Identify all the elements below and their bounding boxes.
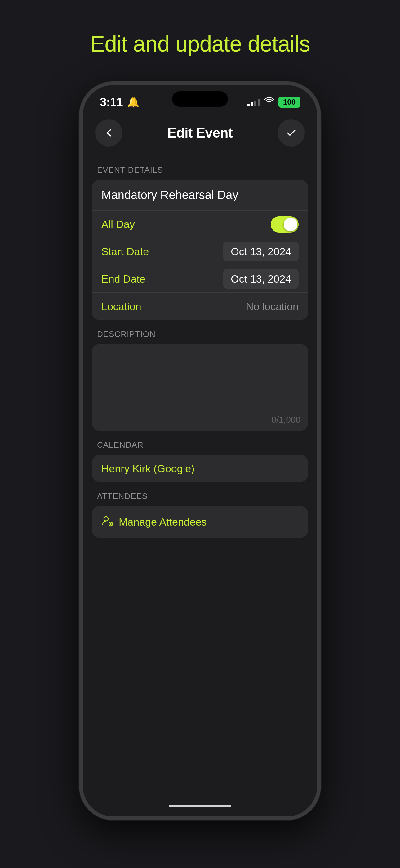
phone-frame: 3:11 🔔 [79, 81, 321, 820]
event-details-card: Mandatory Rehearsal Day All Day Start Da… [92, 180, 308, 320]
nav-title: Edit Event [167, 125, 233, 141]
page-title: Edit and update details [90, 31, 310, 57]
manage-attendees-icon [101, 515, 113, 529]
end-date-label: End Date [101, 273, 145, 285]
calendar-label: CALENDAR [97, 440, 303, 450]
start-date-label: Start Date [101, 246, 149, 258]
location-label: Location [101, 301, 141, 313]
location-value: No location [246, 301, 299, 313]
location-row[interactable]: Location No location [92, 293, 308, 320]
attendees-label: ATTENDEES [97, 491, 303, 501]
event-details-label: EVENT DETAILS [97, 165, 303, 175]
confirm-button[interactable] [277, 119, 305, 147]
start-date-value[interactable]: Oct 13, 2024 [223, 242, 299, 261]
back-button[interactable] [95, 119, 123, 147]
all-day-toggle[interactable] [271, 216, 299, 232]
event-title: Mandatory Rehearsal Day [101, 188, 238, 202]
nav-header: Edit Event [83, 113, 317, 156]
end-date-value[interactable]: Oct 13, 2024 [223, 269, 299, 289]
toggle-knob [284, 218, 297, 231]
calendar-name: Henry Kirk (Google) [101, 463, 194, 475]
event-title-row[interactable]: Mandatory Rehearsal Day [92, 180, 308, 211]
description-input[interactable] [101, 351, 299, 420]
attendees-card[interactable]: Manage Attendees [92, 506, 308, 538]
phone-wrapper: 3:11 🔔 [79, 81, 321, 820]
calendar-card[interactable]: Henry Kirk (Google) [92, 455, 308, 482]
description-label: DESCRIPTION [97, 330, 303, 339]
svg-point-0 [104, 517, 108, 521]
char-count: 0/1,000 [272, 415, 300, 425]
bell-icon: 🔔 [127, 96, 139, 108]
scroll-content[interactable]: EVENT DETAILS Mandatory Rehearsal Day Al… [83, 156, 317, 799]
description-card[interactable]: 0/1,000 [92, 344, 308, 431]
wifi-icon [264, 97, 274, 107]
status-icons: 100 [247, 97, 300, 108]
dynamic-island [172, 91, 228, 107]
manage-attendees-row[interactable]: Manage Attendees [92, 506, 308, 538]
status-time: 3:11 [100, 96, 123, 109]
calendar-row[interactable]: Henry Kirk (Google) [92, 455, 308, 482]
battery-value: 100 [283, 98, 296, 106]
phone-screen: 3:11 🔔 [83, 85, 317, 816]
start-date-row[interactable]: Start Date Oct 13, 2024 [92, 238, 308, 266]
battery-indicator: 100 [278, 97, 300, 108]
home-indicator [169, 805, 231, 807]
end-date-row[interactable]: End Date Oct 13, 2024 [92, 266, 308, 293]
manage-attendees-text: Manage Attendees [119, 516, 207, 528]
all-day-row[interactable]: All Day [92, 211, 308, 238]
signal-bars [247, 98, 260, 106]
all-day-label: All Day [101, 218, 135, 230]
